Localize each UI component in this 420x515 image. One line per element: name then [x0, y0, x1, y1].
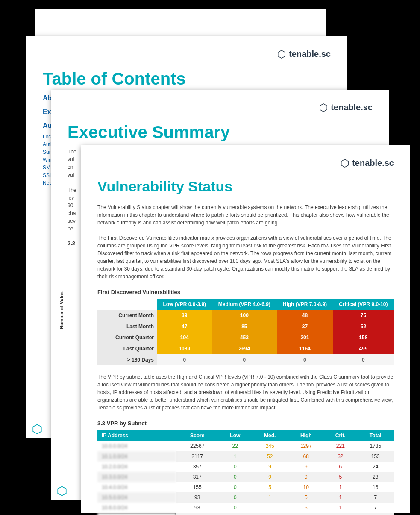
- subnet-cell: 1: [324, 513, 357, 515]
- subnet-cell: 1: [252, 513, 288, 515]
- matrix-header: [97, 299, 157, 310]
- matrix-header: Critical (VPR 9.0-10): [333, 299, 394, 310]
- subnet-cell: 32: [324, 451, 357, 462]
- subnet-row: 10.1.0.0/2421171526832153: [97, 451, 394, 462]
- matrix-cell: 194: [157, 332, 212, 343]
- subnet-row: 10.0.0.0/24225672224512972211785: [97, 441, 394, 451]
- subnet-title: 3.3 VPR by Subnet: [97, 420, 394, 427]
- subnet-cell: 1: [252, 503, 288, 513]
- subnet-cell: 9: [288, 472, 324, 482]
- matrix-cell: 0: [212, 354, 277, 365]
- brand-text: tenable.sc: [352, 158, 394, 168]
- matrix-cell: 100: [212, 310, 277, 321]
- subnet-cell: 357: [176, 462, 219, 472]
- report-page-vuln-status: tenable.sc Vulnerability Status The Vuln…: [81, 145, 410, 513]
- subnet-cell: 317: [176, 472, 219, 482]
- subnet-cell: 1297: [288, 441, 324, 451]
- subnet-cell: 22: [219, 441, 252, 451]
- vuln-para2: The First Discovered Vulnerabilities ind…: [97, 234, 394, 280]
- brand-logo: tenable.sc: [43, 49, 331, 59]
- svg-marker-3: [320, 103, 327, 111]
- subnet-cell: 6: [324, 462, 357, 472]
- subnet-cell: 5: [288, 503, 324, 513]
- exec-title: Executive Summary: [68, 123, 373, 142]
- hex-icon: [277, 50, 286, 59]
- matrix-cell: 0: [157, 354, 212, 365]
- brand-text: tenable.sc: [289, 49, 331, 59]
- hex-icon: [32, 424, 43, 435]
- matrix-cell: 37: [277, 321, 333, 332]
- subnet-cell: 0: [219, 472, 252, 482]
- subnet-cell: 10.3.0.0/24: [97, 472, 176, 482]
- subnet-row: 10.3.0.0/24317099523: [97, 472, 394, 482]
- matrix-cell: 47: [157, 321, 212, 332]
- brand-logo: tenable.sc: [97, 158, 394, 168]
- matrix-header: High (VPR 7.0-8.9): [277, 299, 333, 310]
- matrix-cell: 201: [277, 332, 333, 343]
- subnet-cell: 245: [252, 441, 288, 451]
- vuln-para1: The Vulnerability Status chapter will sh…: [97, 203, 394, 227]
- matrix-cell: 453: [212, 332, 277, 343]
- subnet-cell: 9: [252, 472, 288, 482]
- subnet-cell: 1: [252, 492, 288, 503]
- subnet-cell: 93: [176, 503, 219, 513]
- matrix-row-label: Last Month: [97, 321, 157, 332]
- svg-marker-4: [58, 486, 66, 496]
- matrix-cell: 1089: [157, 343, 212, 354]
- subnet-cell: 23: [357, 472, 394, 482]
- matrix-row: Last Month47853752: [97, 321, 394, 332]
- matrix-cell: 158: [333, 332, 394, 343]
- subnet-cell: 10.1.0.0/24: [97, 451, 176, 462]
- subnet-cell: 221: [324, 441, 357, 451]
- vuln-para3: The VPR by subnet table uses the High an…: [97, 373, 394, 412]
- subnet-cell: 5: [288, 513, 324, 515]
- toc-title: Table of Contents: [43, 69, 331, 88]
- brand-text: tenable.sc: [331, 103, 373, 112]
- hex-icon: [56, 486, 68, 497]
- matrix-header: Low (VPR 0.0-3.9): [157, 299, 212, 310]
- subnet-cell: 24: [357, 462, 394, 472]
- subnet-cell: 153: [357, 451, 394, 462]
- matrix-cell: 499: [333, 343, 394, 354]
- subnet-header: Total: [357, 430, 394, 441]
- matrix-row: Current Quarter194453201158: [97, 332, 394, 343]
- matrix-cell: 52: [333, 321, 394, 332]
- subnet-cell: 16: [357, 482, 394, 492]
- subnet-header: High: [288, 430, 324, 441]
- subnet-cell: 1: [324, 503, 357, 513]
- matrix-row-label: Last Quarter: [97, 343, 157, 354]
- subnet-cell: 1: [324, 482, 357, 492]
- matrix-cell: 0: [277, 354, 333, 365]
- matrix-cell: 2694: [212, 343, 277, 354]
- subnet-cell: 9: [288, 462, 324, 472]
- matrix-cell: 1164: [277, 343, 333, 354]
- subnet-cell: 5: [288, 492, 324, 503]
- subnet-cell: 155: [176, 482, 219, 492]
- subnet-cell: 68: [288, 451, 324, 462]
- matrix-cell: 0: [333, 354, 394, 365]
- subnet-row: 10.7.0.0/249301517: [97, 513, 394, 515]
- subnet-cell: 10.0.0.0/24: [97, 441, 176, 451]
- matrix-cell: 75: [333, 310, 394, 321]
- subnet-cell: 10.2.0.0/24: [97, 462, 176, 472]
- hex-icon: [319, 103, 328, 112]
- subnet-row: 10.5.0.0/249301517: [97, 492, 394, 503]
- hex-icon: [340, 159, 350, 168]
- matrix-title: First Discovered Vulnerabilities: [97, 289, 394, 295]
- subnet-cell: 7: [357, 492, 394, 503]
- subnet-row: 10.6.0.0/249301517: [97, 503, 394, 513]
- matrix-header: Medium (VPR 4.0-6.9): [212, 299, 277, 310]
- subnet-cell: 9: [252, 462, 288, 472]
- subnet-cell: 0: [219, 462, 252, 472]
- subnet-cell: 5: [324, 472, 357, 482]
- subnet-cell: 5: [252, 482, 288, 492]
- subnet-header: Med.: [252, 430, 288, 441]
- subnet-cell: 0: [219, 492, 252, 503]
- subnet-cell: 0: [219, 503, 252, 513]
- subnet-cell: 7: [357, 513, 394, 515]
- matrix-row: > 180 Days0000: [97, 354, 394, 365]
- first-discovered-matrix: Low (VPR 0.0-3.9)Medium (VPR 4.0-6.9)Hig…: [97, 299, 394, 365]
- matrix-cell: 39: [157, 310, 212, 321]
- subnet-header: IP Address: [97, 430, 176, 441]
- subnet-header: Score: [176, 430, 219, 441]
